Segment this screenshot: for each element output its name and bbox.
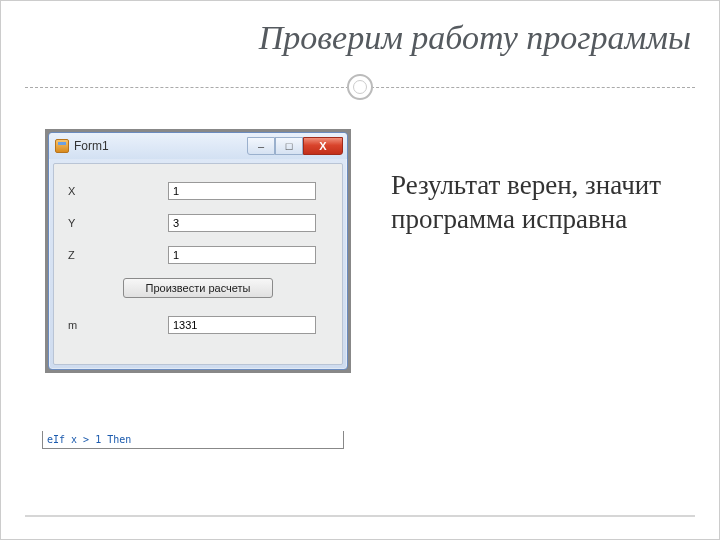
- label-y: Y: [68, 217, 128, 229]
- window-title: Form1: [74, 139, 109, 153]
- minimize-button[interactable]: –: [247, 137, 275, 155]
- close-button[interactable]: X: [303, 137, 343, 155]
- code-peek: eIf x > 1 Then: [42, 431, 344, 449]
- form-window: Form1 – □ X X Y: [48, 132, 348, 370]
- result-note: Результат верен, значит программа исправ…: [391, 129, 695, 237]
- form-icon: [55, 139, 69, 153]
- footer-line: [25, 515, 695, 517]
- calculate-button[interactable]: Произвести расчеты: [123, 278, 274, 298]
- form-body: X Y Z Произвести расчеты m: [53, 163, 343, 365]
- separator: [25, 75, 695, 99]
- label-z: Z: [68, 249, 128, 261]
- input-z[interactable]: [168, 246, 316, 264]
- slide-title: Проверим работу программы: [25, 19, 695, 57]
- titlebar[interactable]: Form1 – □ X: [49, 133, 347, 159]
- label-m: m: [68, 319, 128, 331]
- maximize-button[interactable]: □: [275, 137, 303, 155]
- input-m[interactable]: [168, 316, 316, 334]
- separator-circle-icon: [347, 74, 373, 100]
- input-x[interactable]: [168, 182, 316, 200]
- input-y[interactable]: [168, 214, 316, 232]
- label-x: X: [68, 185, 128, 197]
